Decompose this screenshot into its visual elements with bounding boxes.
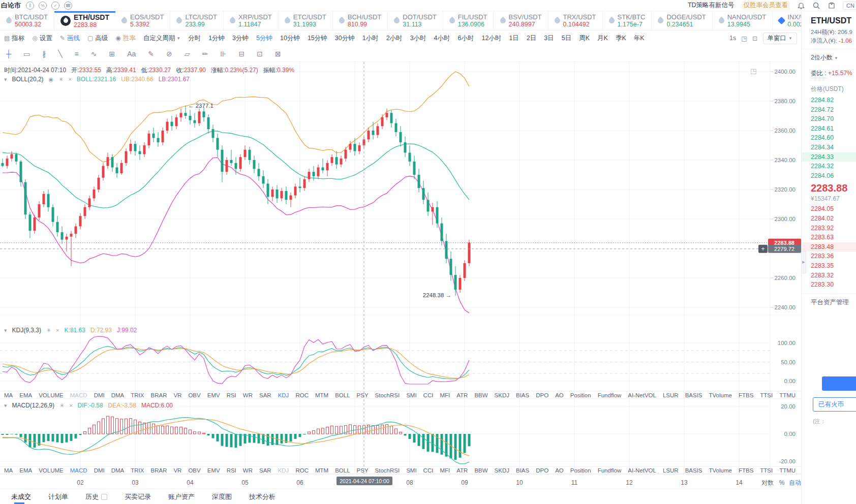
pen-tool-icon[interactable]: ✏ <box>202 50 208 58</box>
timeframe-2小时[interactable]: 2小时 <box>386 34 403 43</box>
chevron-collapse-icon[interactable]: ▾ <box>4 76 7 83</box>
indicator-tab-FTBS[interactable]: FTBS <box>739 392 753 398</box>
indicator-tab-MACD[interactable]: MACD <box>70 467 87 474</box>
decimals-dropdown[interactable]: 2位小数 ▼ <box>811 53 856 62</box>
tool-画线[interactable]: ✎画线 <box>60 34 80 43</box>
bottom-nav-计划单[interactable]: 计划单 <box>48 489 68 504</box>
rect-tool-icon[interactable]: ⊞ <box>109 50 115 58</box>
indicator-tab-BOLL[interactable]: BOLL <box>335 467 350 474</box>
timeframe-4小时[interactable]: 4小时 <box>434 34 450 43</box>
indicator-tab-Fundflow[interactable]: Fundflow <box>598 392 622 398</box>
indicator-tab-TTSI[interactable]: TTSI <box>760 392 773 398</box>
close-icon[interactable]: × <box>68 76 71 82</box>
indicator-tab-DMI[interactable]: DMI <box>94 392 105 398</box>
ticker-tab-eos-usdt[interactable]: EOS/USDT5.3392 <box>115 11 170 30</box>
custom-period-dropdown[interactable]: 自定义周期 ▼ <box>143 34 180 43</box>
bottom-nav-账户资产[interactable]: 账户资产 <box>168 489 195 504</box>
indicator-tab-ROC[interactable]: ROC <box>295 467 309 474</box>
indicator-tab-KDJ[interactable]: KDJ <box>278 467 289 474</box>
indicator-tab-EMA[interactable]: EMA <box>19 467 32 474</box>
delete-tool-icon[interactable]: ⊠ <box>275 50 281 58</box>
indicator-tab-OBV[interactable]: OBV <box>188 467 200 474</box>
fullscreen-icon[interactable]: ◳ <box>741 35 747 42</box>
indicator-tab-SMI[interactable]: SMI <box>406 467 416 474</box>
indicator-tab-VR[interactable]: VR <box>173 467 181 474</box>
indicator-tab-SAR[interactable]: SAR <box>259 467 271 474</box>
ticker-tab-fil-usdt[interactable]: FIL/USDT136.0906 <box>443 11 494 30</box>
ask-row[interactable]: 2284.82 <box>802 96 856 105</box>
bottom-nav-未成交[interactable]: 未成交 <box>11 489 31 504</box>
indicator-tab-DPO[interactable]: DPO <box>536 467 548 474</box>
ticker-tab-stk-btc[interactable]: STK/BTC1.175e-7 <box>603 11 652 30</box>
ticker-tab-nano-usdt[interactable]: NANO/USDT13.9945 <box>713 11 773 30</box>
header-circle-icon-2[interactable]: ✓ <box>51 2 59 10</box>
copy-tool-icon[interactable]: ⊡ <box>257 50 263 58</box>
indicator-tab-Position[interactable]: Position <box>570 467 591 474</box>
timeframe-15分钟[interactable]: 15分钟 <box>308 34 327 43</box>
dock-icon[interactable]: ⊡ <box>752 35 757 42</box>
indicator-tab-SAR[interactable]: SAR <box>259 392 271 398</box>
ask-row[interactable]: 2284.34 <box>802 143 856 152</box>
timeframe-30分钟[interactable]: 30分钟 <box>335 34 355 43</box>
indicator-tab-ATR[interactable]: ATR <box>456 467 468 474</box>
indicator-tab-RSI[interactable]: RSI <box>227 392 236 398</box>
indicator-tab-CCI[interactable]: CCI <box>423 467 434 474</box>
indicator-tab-BASIS[interactable]: BASIS <box>685 467 702 474</box>
candlestick-chart[interactable]: 2400.002380.002360.002340.002320.002300.… <box>0 62 801 491</box>
bottom-nav-深度图[interactable]: 深度图 <box>212 489 232 504</box>
indicator-tab-TVolume[interactable]: TVolume <box>709 467 732 474</box>
indicator-tab-VOLUME[interactable]: VOLUME <box>39 467 64 474</box>
indicator-tab-MFI[interactable]: MFI <box>440 392 450 398</box>
indicator-tab-LSUR[interactable]: LSUR <box>663 392 679 398</box>
indicator-tab-AO[interactable]: AO <box>555 467 564 474</box>
bid-row[interactable]: 2283.32 <box>802 271 856 280</box>
bid-row[interactable]: 2284.02 <box>802 214 856 224</box>
gear-icon[interactable]: ✳ <box>46 327 51 334</box>
indicator-tab-TVolume[interactable]: TVolume <box>709 392 732 398</box>
primary-action-button[interactable] <box>822 376 856 391</box>
eraser-tool-icon[interactable]: ▱ <box>185 50 190 58</box>
indicator-tab-AI-NetVOL[interactable]: AI-NetVOL <box>628 467 656 474</box>
ticker-tab-dot-usdt[interactable]: DOT/USDT31.113 <box>388 11 443 30</box>
ticker-tab-trx-usdt[interactable]: TRX/USDT0.104492 <box>548 11 603 30</box>
header-circle-icon-3[interactable]: ☎ <box>64 2 72 10</box>
indicator-tab-SKDJ[interactable]: SKDJ <box>495 392 509 398</box>
tool-高级[interactable]: ▢高级 <box>87 34 108 43</box>
timeframe-周K[interactable]: 周K <box>579 34 590 43</box>
indicator-tab-VOLUME[interactable]: VOLUME <box>39 392 64 398</box>
indicator-tab-TRIX[interactable]: TRIX <box>131 467 144 474</box>
tool-指标[interactable]: ▤指标 <box>4 34 24 43</box>
indicator-tab-KDJ[interactable]: KDJ <box>278 392 289 398</box>
timeframe-1日[interactable]: 1日 <box>509 34 518 43</box>
ask-row[interactable]: 2284.06 <box>802 171 856 181</box>
ask-row[interactable]: 2284.70 <box>802 114 856 124</box>
indicator-tab-BBW[interactable]: BBW <box>474 392 487 398</box>
tool-胜率[interactable]: ◉胜率 <box>115 34 135 43</box>
timeframe-6小时[interactable]: 6小时 <box>458 34 474 43</box>
timeframe-3小时[interactable]: 3小时 <box>410 34 426 43</box>
close-icon[interactable]: × <box>56 327 59 333</box>
timeframe-12小时[interactable]: 12小时 <box>481 34 501 43</box>
close-icon[interactable]: × <box>69 402 72 408</box>
header-circle-icon-0[interactable]: ‖ <box>26 2 34 10</box>
indicator-tab-StochRSI[interactable]: StochRSI <box>375 467 400 474</box>
timeframe-10分钟[interactable]: 10分钟 <box>280 34 300 43</box>
indicator-tab-EMV[interactable]: EMV <box>207 467 220 474</box>
timeframe-1分钟[interactable]: 1分钟 <box>208 34 225 43</box>
indicator-tab-TTSI[interactable]: TTSI <box>760 467 773 474</box>
timeframe-5日[interactable]: 5日 <box>562 34 571 43</box>
wave-tool-icon[interactable]: ∿ <box>91 50 97 58</box>
indicator-tab-ROC[interactable]: ROC <box>295 392 309 398</box>
indicator-tab-MACD[interactable]: MACD <box>70 392 87 398</box>
indicator-tab-BRAR[interactable]: BRAR <box>150 392 167 398</box>
indicator-tab-RSI[interactable]: RSI <box>227 467 236 474</box>
compass-tool-icon[interactable]: ⊘ <box>166 50 172 58</box>
indicator-tab-DMA[interactable]: DMA <box>111 467 125 474</box>
indicator-tab-SKDJ[interactable]: SKDJ <box>495 467 509 474</box>
indicator-tab-AO[interactable]: AO <box>555 392 564 398</box>
measure-tool-icon[interactable]: ▭ <box>23 50 30 58</box>
timeframe-3日[interactable]: 3日 <box>544 34 554 43</box>
chart-area[interactable]: 2400.002380.002360.002340.002320.002300.… <box>0 62 801 489</box>
indicator-tab-CCI[interactable]: CCI <box>423 392 434 398</box>
bid-row[interactable]: 2283.48 <box>802 242 856 252</box>
